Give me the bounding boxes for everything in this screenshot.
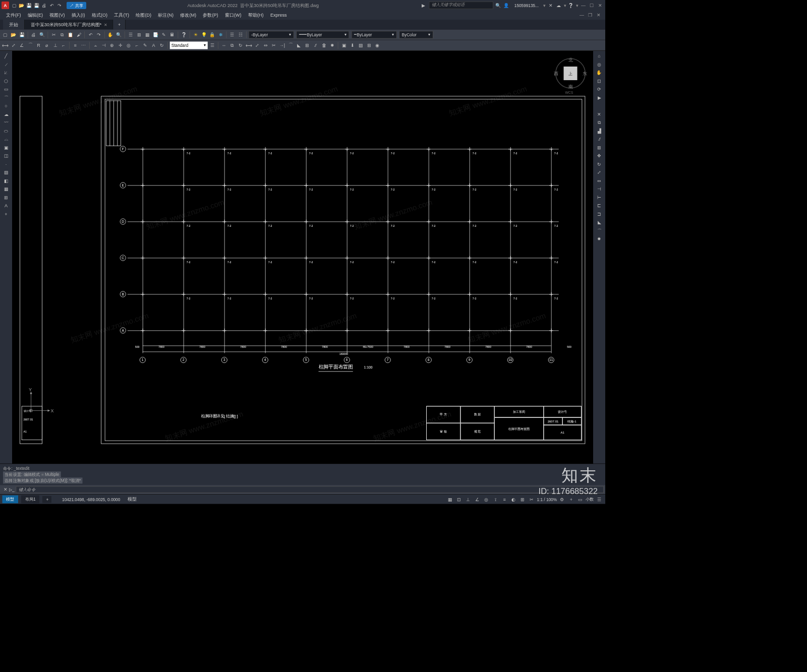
dim-diameter-icon[interactable]: ⌀	[43, 41, 51, 49]
scale-icon[interactable]: ⤢	[254, 41, 261, 49]
freeze-icon[interactable]: ❄	[217, 31, 224, 38]
search-input[interactable]: 键入关键字或短语	[429, 2, 493, 9]
mirror-icon[interactable]: ⟷	[245, 41, 253, 49]
dimstyle-dropdown[interactable]: Standard▾	[170, 41, 208, 49]
line-icon[interactable]: ╱	[2, 52, 11, 60]
exchange-icon[interactable]: ✕	[547, 2, 554, 9]
layer-props-icon[interactable]: ☰	[228, 31, 236, 38]
undo-icon[interactable]: ↶	[87, 31, 94, 38]
doc-minimize-button[interactable]: —	[578, 12, 586, 19]
designcenter-icon[interactable]: ⊞	[135, 31, 143, 38]
mod-copy-icon[interactable]: ⧉	[596, 119, 603, 127]
centermark-icon[interactable]: ✛	[117, 41, 124, 49]
spline-icon[interactable]: 〰	[2, 119, 11, 127]
nav-orbit-icon[interactable]: ⟳	[596, 86, 603, 93]
dim-joglinear-icon[interactable]: ⌐	[133, 41, 141, 49]
properties-icon[interactable]: ☰	[127, 31, 134, 38]
dim-inspect-icon[interactable]: ◎	[125, 41, 133, 49]
menu-draw[interactable]: 绘图(D)	[133, 11, 154, 19]
tab-new[interactable]: +	[113, 20, 126, 30]
undo-icon[interactable]: ↶	[48, 2, 55, 9]
dim-radius-icon[interactable]: R	[35, 41, 42, 49]
osnap-toggle-icon[interactable]: ◎	[483, 496, 490, 503]
dim-baseline-icon[interactable]: ≡	[72, 41, 79, 49]
hatch-icon[interactable]: ▨	[2, 169, 11, 176]
array-icon[interactable]: ⊞	[304, 41, 311, 49]
save-icon[interactable]: 💾	[18, 31, 26, 38]
viewcube[interactable]: 上 北 南 东 西 WCS	[555, 58, 586, 89]
dim-continue-icon[interactable]: ⋯	[80, 41, 87, 49]
gradient-icon[interactable]: ◧	[2, 177, 11, 185]
command-input[interactable]: 键入命令	[16, 486, 604, 494]
circle-icon[interactable]: ○	[2, 102, 11, 110]
sc-icon[interactable]: ✂	[528, 496, 536, 503]
share-button[interactable]: ↗ 共享	[67, 2, 86, 9]
lock-icon[interactable]: 🔒	[208, 31, 216, 38]
insertblock-icon[interactable]: ▣	[2, 144, 11, 151]
layout-add[interactable]: +	[42, 496, 51, 503]
cut-icon[interactable]: ✂	[50, 31, 57, 38]
ellipsearc-icon[interactable]: ⌓	[2, 136, 11, 143]
polygon-icon[interactable]: ⬡	[2, 77, 11, 85]
revcloud-icon[interactable]: ☁	[2, 110, 11, 118]
grid-toggle-icon[interactable]: ▦	[446, 496, 454, 503]
redo-icon[interactable]: ↷	[95, 31, 102, 38]
mod-mirror-icon[interactable]: ▟	[596, 127, 603, 135]
snap-toggle-icon[interactable]: ⊡	[455, 496, 463, 503]
table-icon[interactable]: ⊞	[2, 194, 11, 201]
new-icon[interactable]: ▢	[11, 2, 18, 9]
redo-icon[interactable]: ↷	[56, 2, 63, 9]
menu-parametric[interactable]: 参数(P)	[200, 11, 221, 19]
menu-modify[interactable]: 修改(M)	[177, 11, 199, 19]
table-icon[interactable]: ⊞	[365, 41, 373, 49]
save-icon[interactable]: 💾	[26, 2, 33, 9]
polar-toggle-icon[interactable]: ∠	[474, 496, 481, 503]
transparency-icon[interactable]: ◐	[510, 496, 517, 503]
nav-wheel-icon[interactable]: ◎	[596, 60, 603, 68]
menu-tools[interactable]: 工具(T)	[111, 11, 132, 19]
mod-offset-icon[interactable]: ⫽	[596, 136, 603, 143]
region-icon[interactable]: ◉	[373, 41, 381, 49]
menu-express[interactable]: Express	[267, 12, 290, 19]
close-button[interactable]: ✕	[596, 2, 604, 9]
dim-aligned-icon[interactable]: ⤢	[10, 41, 18, 49]
dim-linear-icon[interactable]: ⟷	[2, 41, 9, 49]
tolerance-icon[interactable]: ⊕	[108, 41, 116, 49]
arc-icon[interactable]: ⌒	[2, 94, 11, 101]
menu-file[interactable]: 文件(F)	[3, 11, 24, 19]
menu-view[interactable]: 视图(V)	[46, 11, 68, 19]
extend-icon[interactable]: →|	[278, 41, 286, 49]
nav-zoomext-icon[interactable]: ⊡	[596, 77, 603, 85]
mod-join-icon[interactable]: ⊐	[596, 210, 603, 218]
mod-scale-icon[interactable]: ⤢	[596, 169, 603, 176]
mod-rotate-icon[interactable]: ↻	[596, 160, 603, 168]
insert-icon[interactable]: ⬇	[349, 41, 356, 49]
tab-drawing[interactable]: 晋中某30米跨50吨吊车厂房结构图*✕	[25, 20, 113, 30]
explode-icon[interactable]: ✸	[328, 41, 336, 49]
erase-icon[interactable]: 🗑	[320, 41, 328, 49]
ortho-toggle-icon[interactable]: ⊥	[465, 496, 472, 503]
linetype-dropdown[interactable]: ━━━ ByLayer ▾	[296, 31, 349, 38]
dim-ordinate-icon[interactable]: ⊥	[51, 41, 59, 49]
copy-obj-icon[interactable]: ⧉	[228, 41, 236, 49]
plotstyle-dropdown[interactable]: ByColor ▾	[399, 31, 433, 38]
menu-insert[interactable]: 插入(I)	[69, 11, 88, 19]
dim-update-icon[interactable]: ↻	[158, 41, 166, 49]
mod-extend-icon[interactable]: ⊢	[596, 194, 603, 201]
rotate-icon[interactable]: ↻	[237, 41, 245, 49]
matchprop-icon[interactable]: 🖌	[75, 31, 83, 38]
close-icon[interactable]: ✕	[104, 23, 107, 27]
search-go-icon[interactable]: 🔍	[495, 2, 502, 9]
hatch-icon[interactable]: ▨	[357, 41, 364, 49]
user-icon[interactable]: 👤	[503, 2, 510, 9]
mod-stretch-icon[interactable]: ⇔	[596, 177, 603, 185]
paste-icon[interactable]: 📋	[67, 31, 74, 38]
move-icon[interactable]: ↔	[220, 41, 228, 49]
maximize-button[interactable]: ☐	[588, 2, 596, 9]
plot-icon[interactable]: 🖨	[41, 2, 48, 9]
layout-tab[interactable]: 布局1	[21, 496, 39, 504]
open-icon[interactable]: 📂	[18, 2, 25, 9]
plus-icon[interactable]: +	[567, 496, 575, 503]
bulb-icon[interactable]: 💡	[200, 31, 208, 38]
point-icon[interactable]: ∙	[2, 160, 11, 168]
